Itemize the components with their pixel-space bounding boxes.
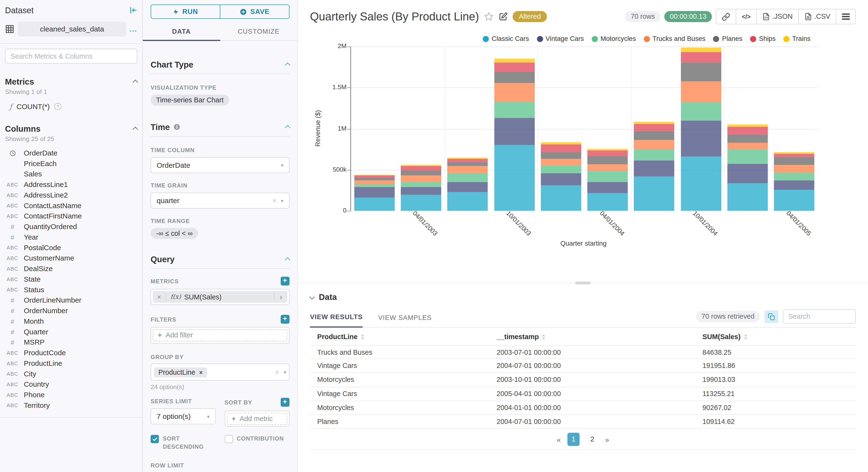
bar-segment-planes[interactable] — [587, 156, 628, 164]
column-item[interactable]: ABCCountry — [5, 379, 137, 389]
tab-customize[interactable]: CUSTOMIZE — [220, 24, 297, 40]
add-filter-button[interactable]: + — [281, 315, 289, 324]
bar-segment-vintage-cars[interactable] — [447, 182, 488, 192]
stacked-bar[interactable] — [401, 165, 441, 211]
bar-segment-classic-cars[interactable] — [494, 145, 534, 211]
stacked-bar[interactable] — [494, 59, 534, 211]
legend-item-trucks-and-buses[interactable]: Trucks and Buses — [644, 35, 706, 42]
collapse-sidebar-icon[interactable] — [129, 6, 137, 14]
bar-segment-motorcycles[interactable] — [727, 150, 768, 164]
bar-segment-planes[interactable] — [447, 162, 488, 166]
bar-segment-trucks-and-buses[interactable] — [401, 176, 441, 182]
bar-segment-motorcycles[interactable] — [541, 165, 581, 173]
bar-segment-motorcycles[interactable] — [587, 171, 628, 182]
export-csv-button[interactable]: .CSV — [798, 9, 836, 24]
next-page-button[interactable]: » — [605, 435, 609, 444]
add-metric-button[interactable]: + — [281, 277, 289, 285]
bar-segment-trains[interactable] — [681, 48, 721, 52]
bar-segment-trains[interactable] — [447, 158, 488, 159]
collapse-data-icon[interactable] — [309, 294, 315, 300]
legend-item-motorcycles[interactable]: Motorcycles — [592, 35, 636, 42]
sort-icon[interactable] — [744, 334, 747, 340]
bar-segment-ships[interactable] — [541, 144, 581, 152]
bar-segment-ships[interactable] — [587, 151, 628, 156]
favorite-star-icon[interactable] — [484, 11, 494, 21]
bar-segment-trucks-and-buses[interactable] — [587, 164, 628, 171]
metric-item[interactable]: ƒ COUNT(*) ? — [5, 102, 137, 111]
bar-segment-trucks-and-buses[interactable] — [727, 143, 768, 150]
sort-icon[interactable] — [542, 334, 546, 340]
collapse-columns-icon[interactable] — [133, 127, 138, 132]
table-row[interactable]: Planes2004-07-01 00:00:00109114.62 — [310, 415, 856, 429]
bar-segment-ships[interactable] — [774, 154, 814, 157]
save-button[interactable]: SAVE — [220, 5, 289, 18]
legend-item-ships[interactable]: Ships — [750, 35, 776, 42]
collapse-metrics-icon[interactable] — [133, 80, 138, 85]
bar-segment-vintage-cars[interactable] — [681, 120, 721, 156]
bar-segment-trains[interactable] — [634, 122, 675, 124]
edit-title-icon[interactable] — [499, 12, 508, 21]
bar-segment-ships[interactable] — [447, 159, 488, 162]
bar-segment-planes[interactable] — [774, 157, 814, 165]
bar-segment-vintage-cars[interactable] — [401, 187, 441, 195]
bar-segment-trucks-and-buses[interactable] — [681, 82, 721, 102]
bar-segment-trucks-and-buses[interactable] — [447, 166, 488, 173]
column-item[interactable]: #Month — [5, 316, 137, 326]
bar-segment-trains[interactable] — [774, 152, 814, 154]
column-item[interactable]: ABCTerritory — [5, 400, 137, 411]
bar-segment-trucks-and-buses[interactable] — [774, 165, 814, 173]
column-item[interactable]: ABCAddressLine2 — [5, 190, 137, 200]
page-button-2[interactable]: 2 — [586, 433, 598, 446]
bar-segment-planes[interactable] — [634, 131, 675, 140]
remove-group-by-icon[interactable]: × — [199, 369, 203, 375]
column-item[interactable]: #QuantityOrdered — [5, 221, 137, 232]
menu-button[interactable] — [836, 9, 855, 24]
copy-data-button[interactable] — [764, 310, 778, 323]
results-search-input[interactable] — [783, 309, 856, 324]
stacked-bar[interactable] — [634, 122, 675, 211]
bar-segment-ships[interactable] — [634, 124, 675, 131]
search-metrics-columns-input[interactable] — [5, 49, 137, 64]
sort-descending-checkbox[interactable]: SORT DESCENDING — [151, 434, 216, 451]
column-item[interactable]: ABCPhone — [5, 389, 137, 400]
bar-segment-ships[interactable] — [401, 166, 441, 170]
column-item[interactable]: #OrderNumber — [5, 306, 137, 316]
visualization-type-value[interactable]: Time-series Bar Chart — [151, 95, 229, 106]
bar-segment-classic-cars[interactable] — [634, 177, 675, 211]
bar-segment-trains[interactable] — [494, 59, 534, 62]
previous-page-button[interactable]: « — [557, 435, 561, 444]
bar-segment-planes[interactable] — [681, 62, 721, 82]
column-item[interactable]: OrderDate — [5, 148, 137, 158]
stacked-bar[interactable] — [587, 149, 628, 211]
table-column-header[interactable]: ProductLine — [317, 333, 497, 341]
table-column-header[interactable]: SUM(Sales) — [703, 333, 856, 341]
bar-segment-motorcycles[interactable] — [634, 150, 675, 161]
legend-item-classic-cars[interactable]: Classic Cars — [483, 35, 529, 42]
bar-segment-vintage-cars[interactable] — [354, 187, 395, 197]
bar-segment-vintage-cars[interactable] — [494, 118, 534, 145]
bar-segment-motorcycles[interactable] — [494, 102, 534, 118]
bar-segment-planes[interactable] — [401, 170, 441, 176]
column-item[interactable]: ABCAddressLine1 — [5, 179, 137, 190]
column-item[interactable]: ABCDealSize — [5, 263, 137, 274]
bar-segment-classic-cars[interactable] — [681, 157, 721, 211]
page-button-1[interactable]: 1 — [567, 433, 580, 446]
bar-segment-motorcycles[interactable] — [447, 173, 488, 182]
column-item[interactable]: PriceEach — [5, 158, 137, 169]
column-item[interactable]: ABCCity — [5, 369, 137, 379]
column-item[interactable]: ABCProductLine — [5, 358, 137, 369]
metric-pill[interactable]: × f(x) SUM(Sales) › — [153, 291, 287, 303]
table-row[interactable]: Motorcycles2004-01-01 00:00:0090267.02 — [310, 401, 856, 415]
collapse-query-icon[interactable] — [285, 257, 290, 263]
dataset-options-icon[interactable]: ... — [130, 25, 137, 33]
clear-icon[interactable]: × — [272, 196, 276, 205]
stacked-bar[interactable] — [354, 175, 395, 211]
table-row[interactable]: Vintage Cars2004-07-01 00:00:00191951.86 — [310, 359, 856, 373]
bar-segment-vintage-cars[interactable] — [587, 182, 628, 193]
sort-icon[interactable] — [361, 334, 364, 340]
column-item[interactable]: ABCContactFirstName — [5, 211, 137, 221]
column-item[interactable]: #MSRP — [5, 337, 137, 347]
bar-segment-classic-cars[interactable] — [727, 183, 768, 211]
column-item[interactable]: ABCCustomerName — [5, 253, 137, 263]
dataset-name[interactable]: cleaned_sales_data — [18, 22, 126, 36]
